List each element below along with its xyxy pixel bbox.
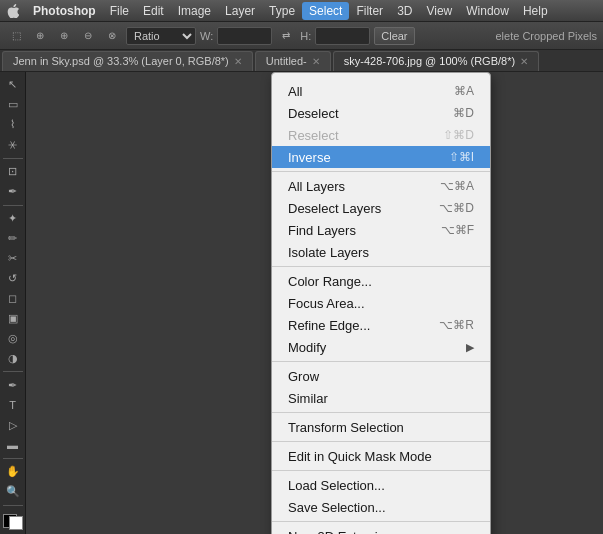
deselect-layers-label: Deselect Layers [288,201,419,216]
tab-close-sky[interactable]: ✕ [520,56,528,67]
blur-tool[interactable]: ◎ [2,329,24,347]
eyedropper-tool[interactable]: ✒ [2,183,24,201]
grow-label: Grow [288,369,474,384]
similar-label: Similar [288,391,474,406]
menu-item-view[interactable]: View [419,2,459,20]
deselect-layers-shortcut: ⌥⌘D [439,201,474,215]
gradient-tool[interactable]: ▣ [2,309,24,327]
tabs-bar: Jenn in Sky.psd @ 33.3% (Layer 0, RGB/8*… [0,50,603,72]
all-label: All [288,84,434,99]
all-layers-label: All Layers [288,179,420,194]
magic-wand-tool[interactable]: ⚹ [2,136,24,154]
clear-button[interactable]: Clear [374,27,414,45]
left-toolbar: ↖ ▭ ⌇ ⚹ ⊡ ✒ ✦ ✏ ✂ ↺ ◻ ▣ ◎ ◑ ✒ T ▷ ▬ ✋ 🔍 [0,72,26,534]
inverse-label: Inverse [288,150,429,165]
style-select[interactable]: Ratio Normal Fixed Size [126,27,196,45]
type-tool[interactable]: T [2,396,24,414]
menu-section-3d: New 3D Extrusion [272,522,490,534]
healing-brush-tool[interactable]: ✦ [2,210,24,228]
deselect-shortcut: ⌘D [453,106,474,120]
menu-item-isolate-layers[interactable]: Isolate Layers [272,241,490,263]
deselect-label: Deselect [288,106,433,121]
menu-item-edit-quick-mask[interactable]: Edit in Quick Mask Mode [272,445,490,467]
shape-tool[interactable]: ▬ [2,436,24,454]
main-area: ↖ ▭ ⌇ ⚹ ⊡ ✒ ✦ ✏ ✂ ↺ ◻ ▣ ◎ ◑ ✒ T ▷ ▬ ✋ 🔍 [0,72,603,534]
menu-item-new-3d-extrusion[interactable]: New 3D Extrusion [272,525,490,534]
inverse-shortcut: ⇧⌘I [449,150,474,164]
color-swatches[interactable] [3,514,23,530]
hand-tool[interactable]: ✋ [2,463,24,481]
path-selection-tool[interactable]: ▷ [2,416,24,434]
menu-item-window[interactable]: Window [459,2,516,20]
menu-item-edit[interactable]: Edit [136,2,171,20]
swap-icon[interactable]: ⇄ [276,26,296,46]
menu-item-transform-selection[interactable]: Transform Selection [272,416,490,438]
menu-item-similar[interactable]: Similar [272,387,490,409]
new-selection-icon[interactable]: ⊕ [30,26,50,46]
menu-section-layers: All Layers ⌥⌘A Deselect Layers ⌥⌘D Find … [272,172,490,267]
tab-untitled[interactable]: Untitled- ✕ [255,51,331,71]
add-selection-icon[interactable]: ⊕ [54,26,74,46]
crop-tool[interactable]: ⊡ [2,163,24,181]
menu-item-reselect[interactable]: Reselect ⇧⌘D [272,124,490,146]
clone-stamp-tool[interactable]: ✂ [2,250,24,268]
menu-item-load-selection[interactable]: Load Selection... [272,474,490,496]
menu-item-select[interactable]: Select [302,2,349,20]
marquee-tool[interactable]: ▭ [2,96,24,114]
menu-item-grow[interactable]: Grow [272,365,490,387]
menu-item-modify[interactable]: Modify ▶ [272,336,490,358]
dodge-tool[interactable]: ◑ [2,349,24,367]
tab-close-untitled[interactable]: ✕ [312,56,320,67]
pen-tool[interactable]: ✒ [2,376,24,394]
move-tool[interactable]: ↖ [2,76,24,94]
toolbar-separator-3 [3,371,23,372]
menu-section-load-save: Load Selection... Save Selection... [272,471,490,522]
intersect-selection-icon[interactable]: ⊗ [102,26,122,46]
menu-item-all-layers[interactable]: All Layers ⌥⌘A [272,175,490,197]
color-range-label: Color Range... [288,274,474,289]
refine-edge-label: Refine Edge... [288,318,419,333]
menu-item-layer[interactable]: Layer [218,2,262,20]
menu-item-filter[interactable]: Filter [349,2,390,20]
menu-item-image[interactable]: Image [171,2,218,20]
all-layers-shortcut: ⌥⌘A [440,179,474,193]
transform-selection-label: Transform Selection [288,420,474,435]
menu-item-type[interactable]: Type [262,2,302,20]
width-label: W: [200,30,213,42]
eraser-tool[interactable]: ◻ [2,289,24,307]
menu-item-color-range[interactable]: Color Range... [272,270,490,292]
canvas-area: All ⌘A Deselect ⌘D Reselect ⇧⌘D Inverse … [26,72,603,534]
history-brush-tool[interactable]: ↺ [2,269,24,287]
menu-item-deselect[interactable]: Deselect ⌘D [272,102,490,124]
menu-item-refine-edge[interactable]: Refine Edge... ⌥⌘R [272,314,490,336]
subtract-selection-icon[interactable]: ⊖ [78,26,98,46]
height-input[interactable] [315,27,370,45]
menu-item-file[interactable]: File [103,2,136,20]
lasso-tool[interactable]: ⌇ [2,116,24,134]
menu-item-find-layers[interactable]: Find Layers ⌥⌘F [272,219,490,241]
toolbar-separator-4 [3,458,23,459]
menu-item-focus-area[interactable]: Focus Area... [272,292,490,314]
toolbar-separator-5 [3,505,23,506]
menu-item-photoshop[interactable]: Photoshop [26,2,103,20]
menu-item-save-selection[interactable]: Save Selection... [272,496,490,518]
modify-label: Modify [288,340,466,355]
width-input[interactable] [217,27,272,45]
options-bar: ⬚ ⊕ ⊕ ⊖ ⊗ Ratio Normal Fixed Size W: ⇄ H… [0,22,603,50]
brush-tool[interactable]: ✏ [2,230,24,248]
menu-item-all[interactable]: All ⌘A [272,80,490,102]
find-layers-shortcut: ⌥⌘F [441,223,474,237]
menu-item-help[interactable]: Help [516,2,555,20]
tab-label: sky-428-706.jpg @ 100% (RGB/8*) [344,55,515,67]
menu-item-inverse[interactable]: Inverse ⇧⌘I [272,146,490,168]
reselect-label: Reselect [288,128,423,143]
menu-item-deselect-layers[interactable]: Deselect Layers ⌥⌘D [272,197,490,219]
menu-section-basic: All ⌘A Deselect ⌘D Reselect ⇧⌘D Inverse … [272,77,490,172]
tab-close-jenn-sky[interactable]: ✕ [234,56,242,67]
tab-jenn-sky[interactable]: Jenn in Sky.psd @ 33.3% (Layer 0, RGB/8*… [2,51,253,71]
apple-logo[interactable] [4,2,22,20]
zoom-tool[interactable]: 🔍 [2,483,24,501]
background-color[interactable] [9,516,23,530]
menu-item-3d[interactable]: 3D [390,2,419,20]
tab-sky[interactable]: sky-428-706.jpg @ 100% (RGB/8*) ✕ [333,51,539,71]
